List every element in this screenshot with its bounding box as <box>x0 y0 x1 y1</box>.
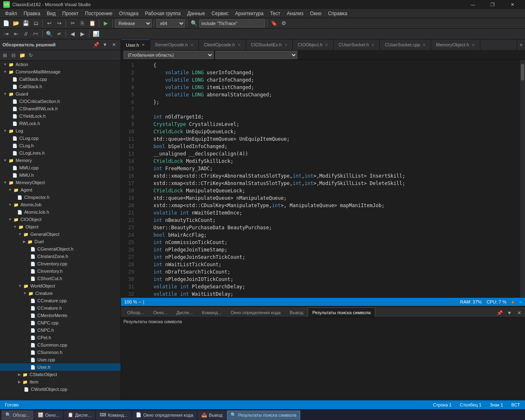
zoom-decrease-icon[interactable]: − <box>139 299 141 304</box>
nav-back-icon[interactable]: ◀ <box>68 30 77 39</box>
configuration-dropdown[interactable]: Release <box>115 19 152 27</box>
tree-item-cpet-h[interactable]: 📄 CPet.h <box>0 334 121 341</box>
cut-icon[interactable]: ✂ <box>68 19 77 28</box>
tab-close-icon[interactable]: ✕ <box>472 43 475 47</box>
tree-item-mmu-cpp[interactable]: 📄 MMU.cpp <box>0 164 121 171</box>
btab-codedef[interactable]: Окно определения кода <box>226 307 285 317</box>
tree-item-mmu-h[interactable]: 📄 MMU.h <box>0 171 121 179</box>
tree-item-generalobject[interactable]: ▼ 📁 GeneralObject <box>0 231 121 238</box>
tree-item-action[interactable]: ▼ 📁 Action <box>0 61 121 68</box>
se-pin-button[interactable]: 📌 <box>92 41 100 49</box>
tab-cusersocket-cpp[interactable]: CUserSocket.cpp ✕ <box>380 39 431 50</box>
tree-item-commonmail[interactable]: ▼ 📁 CommonMailMessage <box>0 68 121 75</box>
paste-icon[interactable]: 📋 <box>88 19 97 28</box>
tree-item-memory[interactable]: ▼ 📁 Memory <box>0 157 121 164</box>
tree-item-agent[interactable]: ▼ 📁 Agent <box>0 186 121 194</box>
code-content[interactable]: { volatile LONG userInfoChanged; volatil… <box>138 60 520 298</box>
tree-item-cmentormentee[interactable]: 📄 CMentorMente. <box>0 312 121 319</box>
find-icon[interactable]: 🔍 <box>45 30 54 39</box>
tree-item-cinventory-h[interactable]: 📄 CInventory.h <box>0 267 121 275</box>
tab-ciosocketex[interactable]: CIOSocketEx.h ✕ <box>246 39 293 50</box>
start-debug-icon[interactable]: ▶ <box>101 19 110 28</box>
tab-cioobject[interactable]: CIOObject.h ✕ <box>293 39 334 50</box>
redo-icon[interactable]: ↪ <box>55 19 64 28</box>
taskbar-se[interactable]: 🔍 Обозр... <box>2 411 33 420</box>
se-expand-all-icon[interactable]: ⊞ <box>1 51 9 59</box>
btab-se[interactable]: Обозр... <box>123 307 148 317</box>
class-view-icon[interactable]: 📊 <box>91 30 100 39</box>
tree-item-cinspector[interactable]: 📄 CInspector.h <box>0 194 121 201</box>
taskbar-window[interactable]: 🪟 Окно... <box>34 411 63 420</box>
taskbar-disp[interactable]: 📋 Диспе... <box>64 411 95 420</box>
menu-window[interactable]: Окно <box>307 10 325 17</box>
taskbar-findsymbol[interactable]: 🔍 Результаты поиска символа <box>227 411 300 420</box>
tree-item-duel[interactable]: ▶ 📁 Duel <box>0 238 121 245</box>
tree-item-cworldobject-cpp[interactable]: 📄 CWorldObject.cpp <box>0 386 121 393</box>
comment-icon[interactable]: // <box>21 30 30 39</box>
indent-icon[interactable]: ⇥ <box>2 30 11 39</box>
save-icon[interactable]: 💾 <box>21 19 30 28</box>
tab-memoryobject[interactable]: MemoryObject.h ✕ <box>431 39 480 50</box>
tree-item-guard[interactable]: ▼ 📁 Guard <box>0 90 121 98</box>
tree-item-cshortcut[interactable]: 📄 CShortCut.h <box>0 275 121 282</box>
tree-item-log[interactable]: ▼ 📁 Log <box>0 127 121 135</box>
scope-selector-right[interactable] <box>215 51 297 59</box>
restore-button[interactable]: ❐ <box>483 0 502 9</box>
tree-item-atomicjob-h[interactable]: 📄 AtomicJob.h <box>0 208 121 216</box>
menu-file[interactable]: Файл <box>2 10 21 17</box>
bookmark-icon[interactable]: 🔖 <box>269 19 278 28</box>
menu-edit[interactable]: Правка <box>21 10 44 17</box>
taskbar-codedef[interactable]: 📄 Окно определения кода <box>132 411 197 420</box>
tree-item-cinstantzone[interactable]: 📄 CInstantZone.h <box>0 253 121 260</box>
btab-findsymbol[interactable]: Результаты поиска символа <box>308 307 375 317</box>
tab-cusersocket-h[interactable]: CUserSocket.h ✕ <box>333 39 380 50</box>
taskbar-cmd[interactable]: ⌨ Команд... <box>96 411 131 420</box>
minimize-button[interactable]: — <box>463 0 482 9</box>
scope-selector-left[interactable]: (Глобальная область) <box>123 51 214 59</box>
menu-tools[interactable]: Сервис <box>208 10 232 17</box>
tree-item-cinventory-cpp[interactable]: 📄 CInventory.cpp <box>0 260 121 267</box>
tree-item-rwlock[interactable]: 📄 RWLock.h <box>0 120 121 127</box>
tree-item-cnpc-cpp[interactable]: 📄 CNPC.cpp <box>0 319 121 326</box>
menu-help[interactable]: Справка <box>325 10 351 17</box>
tree-item-atomicjob[interactable]: ▼ 📁 AtomicJob <box>0 201 121 208</box>
tree-item-worldobject[interactable]: ▼ 📁 WorldObject <box>0 282 121 290</box>
menu-team[interactable]: Рабочая группа <box>142 10 184 17</box>
tree-item-cnpc-h[interactable]: 📄 CNPC.h <box>0 326 121 334</box>
undo-icon[interactable]: ↩ <box>45 19 54 28</box>
tree-item-item[interactable]: ▶ 📁 Item <box>0 378 121 386</box>
se-arrow-button[interactable]: ▼ <box>101 41 109 49</box>
tree-item-ciocriticalsection[interactable]: 📄 CIOCriticalSection.h <box>0 98 121 105</box>
bottom-close-button[interactable]: ✕ <box>515 309 523 317</box>
btab-output[interactable]: Вывод <box>285 307 308 317</box>
tree-item-user-cpp[interactable]: 📄 User.cpp <box>0 356 121 363</box>
tree-item-csharedrwlock[interactable]: 📄 CSharedRWLock.h <box>0 105 121 112</box>
bottom-pin-button[interactable]: 📌 <box>495 309 504 317</box>
tree-item-clog-cpp[interactable]: 📄 CLog.cpp <box>0 135 121 142</box>
nav-fwd-icon[interactable]: ▶ <box>78 30 87 39</box>
scrollbar-vertical[interactable] <box>520 60 525 298</box>
tab-close-icon[interactable]: ✕ <box>142 43 145 47</box>
scrollbar-thumb[interactable] <box>521 64 524 80</box>
tree-item-ccreature-h[interactable]: 📄 CCreature.h <box>0 304 121 312</box>
open-icon[interactable]: 📂 <box>11 19 21 28</box>
btab-disp[interactable]: Диспе... <box>172 307 197 317</box>
tree-item-memoryobject[interactable]: ▼ 📁 MemoryObject <box>0 179 121 186</box>
tab-close-icon[interactable]: ✕ <box>325 43 328 47</box>
tab-clientopcode[interactable]: ClientOpcode.h ✕ <box>199 39 246 50</box>
tree-item-cyieldlock[interactable]: 📄 CYieldLock.h <box>0 112 121 120</box>
tree-item-cgeneralobject-h[interactable]: 📄 CGeneralObject.h <box>0 245 121 253</box>
tab-close-icon[interactable]: ✕ <box>422 43 426 47</box>
menu-project[interactable]: Проект <box>59 10 82 17</box>
tree-item-creature[interactable]: ▼ 📁 Creature <box>0 290 121 297</box>
tree-item-callstack-h[interactable]: 📄 CallStack.h <box>0 83 121 90</box>
menu-debug[interactable]: Отладка <box>116 10 142 17</box>
new-file-icon[interactable]: 📄 <box>2 19 11 28</box>
btab-cmd[interactable]: Команд... <box>197 307 226 317</box>
tree-item-cstaticobject[interactable]: ▶ 📁 CStaticObject <box>0 371 121 378</box>
menu-test[interactable]: Тест <box>267 10 283 17</box>
search-input[interactable] <box>199 19 265 27</box>
tabs-more-button[interactable]: » <box>517 39 525 50</box>
se-refresh-icon[interactable]: ↻ <box>27 51 35 59</box>
tree-item-clog-h[interactable]: 📄 CLog.h <box>0 142 121 149</box>
